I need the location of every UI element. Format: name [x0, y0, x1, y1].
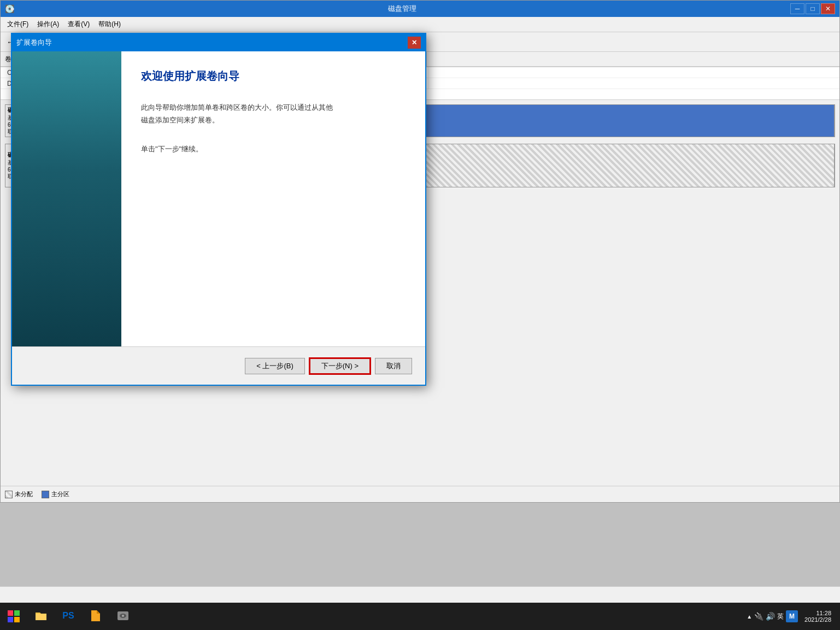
extend-volume-dialog: 扩展卷向导 ✕ 欢迎使用扩展卷向导 此向导帮助你增加简单卷和跨区卷的大小。你可以…	[11, 33, 426, 386]
cancel-button[interactable]: 取消	[375, 358, 412, 374]
taskbar-right: ▲ 🔌 🔊 英 M 11:28 2021/2/28	[747, 603, 840, 630]
legend: 未分配 主分区	[1, 486, 839, 502]
svg-rect-0	[8, 610, 13, 616]
menu-view[interactable]: 查看(V)	[63, 17, 94, 31]
taskbar-diskmgmt[interactable]	[109, 603, 137, 630]
legend-unallocated-color	[5, 491, 13, 498]
tray-lang[interactable]: 英	[777, 612, 784, 621]
window-controls: ─ □ ✕	[790, 3, 835, 14]
dialog-sidebar	[12, 51, 121, 346]
maximize-button[interactable]: □	[806, 3, 820, 14]
dialog-content: 欢迎使用扩展卷向导 此向导帮助你增加简单卷和跨区卷的大小。你可以通过从其他 磁盘…	[121, 51, 425, 346]
taskbar-date-display: 2021/2/28	[804, 616, 831, 623]
taskbar-files[interactable]	[82, 603, 109, 630]
taskbar: PS ▲ 🔌 🔊 英 M 11:28 2021/2/28	[0, 603, 840, 630]
svg-rect-1	[14, 610, 20, 616]
menu-action[interactable]: 操作(A)	[33, 17, 63, 31]
back-button[interactable]: < 上一步(B)	[245, 358, 305, 374]
tray-m-icon[interactable]: M	[786, 610, 798, 622]
windows-icon	[7, 610, 20, 623]
system-tray: ▲ 🔌 🔊 英 M	[747, 610, 798, 622]
title-bar: 💽 磁盘管理 ─ □ ✕	[1, 1, 839, 17]
window-title: 磁盘管理	[388, 4, 416, 14]
svg-point-6	[122, 615, 124, 617]
dialog-footer: < 上一步(B) 下一步(N) > 取消	[12, 346, 425, 385]
menu-help[interactable]: 帮助(H)	[94, 17, 125, 31]
disk-icon	[116, 609, 130, 622]
taskbar-explorer[interactable]	[27, 603, 55, 630]
status-bar	[0, 586, 840, 603]
minimize-button[interactable]: ─	[790, 3, 804, 14]
files-icon	[89, 609, 102, 622]
tray-expand[interactable]: ▲	[747, 614, 752, 620]
menu-file[interactable]: 文件(F)	[3, 17, 33, 31]
menu-bar: 文件(F) 操作(A) 查看(V) 帮助(H)	[1, 17, 839, 32]
legend-unallocated: 未分配	[5, 490, 33, 498]
legend-primary-label: 主分区	[51, 490, 69, 498]
taskbar-powershell[interactable]: PS	[55, 603, 82, 630]
dialog-title-text: 扩展卷向导	[16, 38, 52, 48]
close-button[interactable]: ✕	[821, 3, 835, 14]
taskbar-clock[interactable]: 11:28 2021/2/28	[800, 610, 836, 623]
tray-network[interactable]: 🔌	[754, 612, 763, 621]
dialog-close-button[interactable]: ✕	[408, 37, 421, 49]
taskbar-time-display: 11:28	[804, 610, 831, 616]
dialog-title-bar: 扩展卷向导 ✕	[12, 34, 425, 51]
dialog-instruction: 单击"下一步"继续。	[141, 144, 406, 154]
start-button[interactable]	[0, 603, 27, 630]
svg-rect-3	[14, 617, 20, 622]
legend-unallocated-label: 未分配	[15, 490, 33, 498]
taskbar-left: PS	[0, 603, 137, 630]
next-button[interactable]: 下一步(N) >	[309, 358, 371, 374]
folder-icon	[34, 609, 48, 622]
legend-primary: 主分区	[42, 490, 69, 498]
dialog-welcome-title: 欢迎使用扩展卷向导	[141, 69, 406, 84]
legend-primary-color	[42, 491, 49, 498]
app-icon: 💽	[5, 4, 14, 13]
tray-volume[interactable]: 🔊	[766, 612, 775, 621]
dialog-body: 欢迎使用扩展卷向导 此向导帮助你增加简单卷和跨区卷的大小。你可以通过从其他 磁盘…	[12, 51, 425, 346]
svg-rect-2	[8, 617, 13, 622]
dialog-description: 此向导帮助你增加简单卷和跨区卷的大小。你可以通过从其他 磁盘添加空间来扩展卷。	[141, 101, 406, 127]
